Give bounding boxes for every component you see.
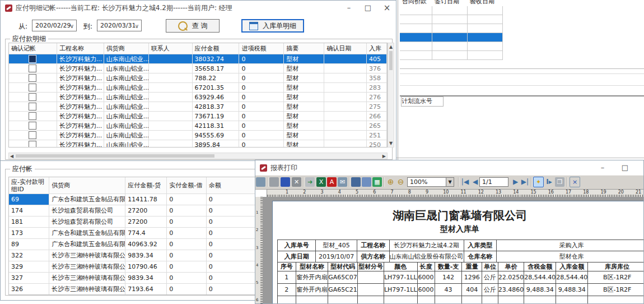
titlebar[interactable]: 应付明细记帐------当前工程: 长沙万科魅力之城4.2期------当前用户… <box>1 1 396 15</box>
column-header[interactable]: 进项税额 <box>239 43 284 54</box>
receipt-detail-button[interactable]: 入库单明细 <box>241 19 304 33</box>
column-header[interactable]: 供货商 <box>104 43 149 54</box>
column-header[interactable]: 应付金额 <box>193 43 240 54</box>
payable-detail-window: 应付明细记帐------当前工程: 长沙万科魅力之城4.2期------当前用户… <box>0 0 396 161</box>
table-row[interactable] <box>400 15 504 24</box>
maximize-button[interactable]: □ <box>615 160 634 175</box>
table-row[interactable] <box>400 24 504 33</box>
confirm-checkbox[interactable] <box>29 93 36 101</box>
page-number-box[interactable]: 1/1 <box>479 177 508 187</box>
column-header[interactable]: 联系人 <box>149 43 193 54</box>
minimize-button[interactable]: – <box>593 160 612 175</box>
print-icon[interactable] <box>269 177 279 187</box>
grid-icon[interactable]: ▦ <box>372 177 382 187</box>
report-detail-cell: 窗外开内扇 <box>296 271 328 284</box>
table-row[interactable]: 长沙万科魅力...山东南山铝业...35658.170型材376 <box>9 64 387 73</box>
copy-icon[interactable]: ❐ <box>555 177 564 187</box>
page-icon[interactable] <box>362 177 371 187</box>
zoom-out-icon[interactable]: ⊖ <box>396 177 405 187</box>
from-date-combo[interactable]: 2020/02/29∨ <box>32 20 77 31</box>
confirm-checkbox[interactable] <box>29 55 36 63</box>
column-header[interactable]: 摘要 <box>284 43 324 54</box>
confirm-checkbox[interactable] <box>29 122 36 130</box>
table-row[interactable]: 326长沙市三湘特种玻璃有限公司7193.6400 <box>9 284 260 295</box>
table-row[interactable] <box>400 33 504 42</box>
zoom-in-icon[interactable]: ⊕ <box>386 177 395 187</box>
mail-icon[interactable]: ✉ <box>338 177 347 187</box>
page-setup-icon[interactable] <box>351 177 361 187</box>
confirm-checkbox[interactable] <box>29 112 36 120</box>
checkbox-cell <box>9 73 57 83</box>
table-row[interactable]: 181长沙坦森贸易有限公司2720000 <box>9 217 260 228</box>
vertical-scrollbar[interactable]: ▲ ▼ <box>388 43 394 148</box>
confirm-checkbox[interactable] <box>29 74 36 82</box>
column-header[interactable]: 余额 <box>207 177 260 194</box>
table-cell: 山东南山铝业... <box>104 54 149 64</box>
hand-tool-icon[interactable]: ✦ <box>533 177 544 187</box>
print-settings-icon[interactable]: ✕ <box>292 177 301 187</box>
minimize-button[interactable]: – <box>339 1 358 15</box>
table-row[interactable]: 长沙万科魅力...山东南山铝业...788.220型材358 <box>9 73 387 83</box>
table-row[interactable]: 69广东合和建筑五金制品有限公司11411.7800 <box>9 194 260 205</box>
table-cell: 63929.46 <box>193 93 240 102</box>
table-row[interactable]: 长沙万科魅力...山东南山铝业...3895.840型材250 <box>9 140 387 148</box>
column-header[interactable]: 入库 <box>367 43 387 54</box>
titlebar[interactable]: 报表打印 <box>255 160 643 175</box>
first-page-button[interactable]: |◀ <box>460 177 470 187</box>
column-header[interactable]: 确认日期 <box>324 43 367 54</box>
column-header[interactable]: 供货商 <box>49 177 125 194</box>
pdf-export-icon[interactable]: A <box>327 177 337 187</box>
next-page-button[interactable]: ▶ <box>511 177 520 187</box>
table-row[interactable] <box>400 42 504 51</box>
book-icon[interactable] <box>281 177 290 187</box>
export-icon[interactable]: ➜ <box>305 177 315 187</box>
zoom-level-combo[interactable]: 100% ▼ <box>407 177 454 187</box>
preview-area[interactable]: 123456 湖南巨晟门窗幕墙有限公司 型材入库单 入库单号型材_405工程名称… <box>255 197 644 304</box>
last-page-button[interactable]: ▶| <box>520 177 530 187</box>
confirm-checkbox[interactable] <box>29 131 36 139</box>
table-row[interactable] <box>400 6 504 15</box>
column-header[interactable]: 实付金额-借 <box>167 177 206 194</box>
horizontal-scrollbar[interactable]: ◀ ▶ <box>8 153 388 159</box>
column-header[interactable]: 确认记帐 <box>9 43 57 54</box>
table-row[interactable]: 长沙万科魅力...山东南山铝业...42818.370型材275 <box>9 102 387 112</box>
column-header[interactable]: 应-实付款明细ID <box>9 177 49 194</box>
maximize-button[interactable]: □ <box>358 1 377 15</box>
table-cell <box>432 51 468 60</box>
table-row[interactable]: 322长沙市三湘特种玻璃有限公司9839.3400 <box>9 250 260 261</box>
confirm-checkbox[interactable] <box>29 103 36 110</box>
close-preview-icon[interactable]: × <box>570 177 580 187</box>
background-window: 合同价款签订日期验收日期 计划流水号 <box>400 0 644 160</box>
table-row[interactable]: 89广东合和建筑五金制品有限公司40963.9200 <box>9 239 260 250</box>
table-row[interactable] <box>400 51 504 60</box>
excel-export-icon[interactable]: X <box>316 177 326 187</box>
table-row[interactable]: 长沙万科魅力...山东南山铝业...73671.190型材266 <box>9 112 387 121</box>
table-row[interactable]: 174长沙坦森贸易有限公司2720000 <box>9 205 260 217</box>
table-cell: 0 <box>239 93 284 102</box>
to-date-combo[interactable]: 2020/03/31∨ <box>97 20 142 31</box>
table-cell: 9839.34 <box>125 250 167 261</box>
column-header[interactable]: 合同价款 <box>400 0 432 6</box>
close-button[interactable]: × <box>638 160 644 175</box>
table-row[interactable]: 长沙万科魅力...山东南山铝业...67201.350型材283 <box>9 83 387 93</box>
close-button[interactable]: × <box>377 1 396 15</box>
table-row[interactable]: 173广东合和建筑五金制品有限公司774.400 <box>9 228 260 239</box>
table-row[interactable]: 329长沙市三湘特种玻璃有限公司10790.4600 <box>9 261 260 273</box>
column-header[interactable]: 应付金额-贷 <box>125 177 167 194</box>
table-row[interactable]: 长沙万科魅力...山东南山铝业...63929.460型材276 <box>9 93 387 102</box>
column-header[interactable]: 验收日期 <box>468 0 503 6</box>
table-cell: 329 <box>9 261 49 273</box>
toc-icon[interactable] <box>256 177 265 187</box>
confirm-checkbox[interactable] <box>29 65 36 72</box>
prev-page-button[interactable]: ◀ <box>470 177 480 187</box>
table-row[interactable]: 长沙万科魅力...山东南山铝业...94555.690型材251 <box>9 131 387 140</box>
query-button[interactable]: 查 询 <box>166 19 220 33</box>
table-row[interactable]: 327长沙市三湘特种玻璃有限公司9839.3400 <box>9 273 260 284</box>
confirm-checkbox[interactable] <box>29 84 36 91</box>
column-header[interactable]: 签订日期 <box>432 0 468 6</box>
table-row[interactable]: 长沙万科魅力...山东南山铝业...42118.310型材265 <box>9 121 387 131</box>
text-select-tool-icon[interactable]: I▸ <box>544 177 554 187</box>
table-row[interactable]: 长沙万科魅力...山东南山铝业...38032.740型材405 <box>9 54 387 64</box>
confirm-checkbox[interactable] <box>29 141 36 148</box>
column-header[interactable]: 工程名称 <box>57 43 104 54</box>
